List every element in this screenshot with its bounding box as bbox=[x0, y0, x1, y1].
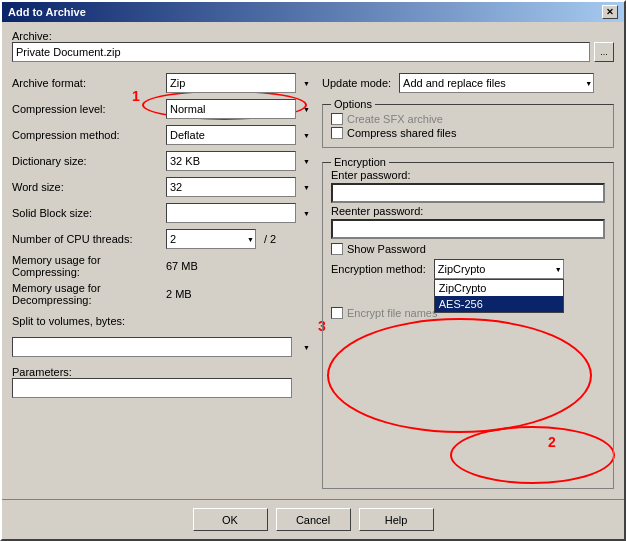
badge-1: 1 bbox=[132, 88, 140, 104]
encryption-method-container: ZipCrypto AES-256 ZipCrypto AES-256 bbox=[434, 259, 564, 279]
memory-decompressing-label: Memory usage for Decompressing: bbox=[12, 282, 162, 306]
compress-shared-row: Compress shared files bbox=[331, 127, 605, 139]
title-bar: Add to Archive ✕ bbox=[2, 2, 624, 22]
cancel-button[interactable]: Cancel bbox=[276, 508, 351, 531]
archive-label: Archive: bbox=[12, 30, 614, 42]
enter-password-section: Enter password: bbox=[331, 169, 605, 203]
word-size-wrapper: 32 bbox=[166, 177, 312, 197]
dictionary-size-row: Dictionary size: 32 KB bbox=[12, 150, 312, 172]
reenter-password-label: Reenter password: bbox=[331, 205, 605, 217]
dictionary-size-wrapper: 32 KB bbox=[166, 151, 312, 171]
cpu-threads-select[interactable]: 2 bbox=[166, 229, 256, 249]
dropdown-zipcrypto[interactable]: ZipCrypto bbox=[435, 280, 563, 296]
memory-decompressing-row: Memory usage for Decompressing: 2 MB bbox=[12, 282, 312, 306]
word-size-select[interactable]: 32 bbox=[166, 177, 296, 197]
right-panel: Update mode: Add and replace files Updat… bbox=[322, 72, 614, 489]
main-body: Archive format: Zip 7z BZip2 GZip TAR Co… bbox=[12, 72, 614, 489]
compress-shared-checkbox[interactable] bbox=[331, 127, 343, 139]
compression-method-label: Compression method: bbox=[12, 129, 162, 141]
left-panel: Archive format: Zip 7z BZip2 GZip TAR Co… bbox=[12, 72, 312, 489]
archive-format-wrapper: Zip 7z BZip2 GZip TAR bbox=[166, 73, 312, 93]
compression-level-label: Compression level: bbox=[12, 103, 162, 115]
compress-shared-label: Compress shared files bbox=[347, 127, 456, 139]
parameters-section: Parameters: bbox=[12, 366, 312, 398]
create-sfx-label: Create SFX archive bbox=[347, 113, 443, 125]
options-group: Options Create SFX archive Compress shar… bbox=[322, 104, 614, 148]
parameters-input[interactable] bbox=[12, 378, 292, 398]
window-title: Add to Archive bbox=[8, 6, 86, 18]
create-sfx-checkbox[interactable] bbox=[331, 113, 343, 125]
memory-compressing-label: Memory usage for Compressing: bbox=[12, 254, 162, 278]
close-button[interactable]: ✕ bbox=[602, 5, 618, 19]
reenter-password-section: Reenter password: bbox=[331, 205, 605, 239]
archive-section: Archive: ... bbox=[12, 30, 614, 66]
split-volumes-select[interactable] bbox=[12, 337, 292, 357]
update-mode-select[interactable]: Add and replace files Update and add fil… bbox=[399, 73, 594, 93]
help-button[interactable]: Help bbox=[359, 508, 434, 531]
encryption-group: Encryption Enter password: Reenter passw… bbox=[322, 162, 614, 489]
encryption-method-select[interactable]: ZipCrypto AES-256 bbox=[434, 259, 564, 279]
word-size-label: Word size: bbox=[12, 181, 162, 193]
split-volumes-row: Split to volumes, bytes: bbox=[12, 310, 312, 332]
create-sfx-row: Create SFX archive bbox=[331, 113, 605, 125]
memory-compressing-value: 67 MB bbox=[166, 260, 198, 272]
show-password-row: Show Password bbox=[331, 243, 605, 255]
archive-format-select[interactable]: Zip 7z BZip2 GZip TAR bbox=[166, 73, 296, 93]
memory-decompressing-value: 2 MB bbox=[166, 288, 192, 300]
parameters-label: Parameters: bbox=[12, 366, 72, 378]
ok-button[interactable]: OK bbox=[193, 508, 268, 531]
solid-block-label: Solid Block size: bbox=[12, 207, 162, 219]
options-group-title: Options bbox=[331, 98, 375, 110]
archive-row: ... bbox=[12, 42, 614, 62]
enter-password-input[interactable] bbox=[331, 183, 605, 203]
compression-method-row: Compression method: Deflate Copy Deflate… bbox=[12, 124, 312, 146]
word-size-row: Word size: 32 bbox=[12, 176, 312, 198]
enter-password-label: Enter password: bbox=[331, 169, 605, 181]
encryption-method-wrapper: ZipCrypto AES-256 bbox=[434, 259, 564, 279]
dictionary-size-label: Dictionary size: bbox=[12, 155, 162, 167]
bottom-buttons: OK Cancel Help bbox=[2, 499, 624, 539]
compression-method-wrapper: Deflate Copy Deflate64 BZip2 LZMA bbox=[166, 125, 312, 145]
encryption-method-row: Encryption method: ZipCrypto AES-256 Zip… bbox=[331, 259, 605, 279]
archive-format-row: Archive format: Zip 7z BZip2 GZip TAR bbox=[12, 72, 312, 94]
encryption-method-label: Encryption method: bbox=[331, 263, 426, 275]
memory-compressing-row: Memory usage for Compressing: 67 MB bbox=[12, 254, 312, 278]
compression-method-select[interactable]: Deflate Copy Deflate64 BZip2 LZMA bbox=[166, 125, 296, 145]
split-volumes-input-row bbox=[12, 336, 312, 358]
cpu-threads-row: Number of CPU threads: 2 / 2 bbox=[12, 228, 312, 250]
compression-level-row: Compression level: Normal Store Fastest … bbox=[12, 98, 312, 120]
dropdown-aes256[interactable]: AES-256 bbox=[435, 296, 563, 312]
update-mode-label: Update mode: bbox=[322, 77, 391, 89]
browse-button[interactable]: ... bbox=[594, 42, 614, 62]
update-mode-wrapper: Add and replace files Update and add fil… bbox=[399, 73, 594, 93]
split-volumes-label: Split to volumes, bytes: bbox=[12, 315, 162, 327]
show-password-checkbox[interactable] bbox=[331, 243, 343, 255]
update-mode-row: Update mode: Add and replace files Updat… bbox=[322, 72, 614, 94]
encryption-dropdown-open: ZipCrypto AES-256 bbox=[434, 279, 564, 313]
dictionary-size-select[interactable]: 32 KB bbox=[166, 151, 296, 171]
encrypt-names-checkbox[interactable] bbox=[331, 307, 343, 319]
dialog-content: Archive: ... Archive format: Zip 7z BZip… bbox=[2, 22, 624, 497]
cpu-threads-wrapper: 2 bbox=[166, 229, 256, 249]
split-volumes-wrapper bbox=[12, 337, 312, 357]
encrypt-names-label: Encrypt file names bbox=[347, 307, 437, 319]
cpu-threads-of: / 2 bbox=[264, 233, 276, 245]
archive-input[interactable] bbox=[12, 42, 590, 62]
cpu-threads-label: Number of CPU threads: bbox=[12, 233, 162, 245]
show-password-label: Show Password bbox=[347, 243, 426, 255]
compression-level-wrapper: Normal Store Fastest Fast Maximum Ultra bbox=[166, 99, 312, 119]
solid-block-wrapper bbox=[166, 203, 312, 223]
encryption-group-title: Encryption bbox=[331, 156, 389, 168]
solid-block-row: Solid Block size: bbox=[12, 202, 312, 224]
main-window: Add to Archive ✕ 1 3 2 Archive: ... Arch… bbox=[0, 0, 626, 541]
compression-level-select[interactable]: Normal Store Fastest Fast Maximum Ultra bbox=[166, 99, 296, 119]
reenter-password-input[interactable] bbox=[331, 219, 605, 239]
solid-block-select[interactable] bbox=[166, 203, 296, 223]
title-buttons: ✕ bbox=[602, 5, 618, 19]
